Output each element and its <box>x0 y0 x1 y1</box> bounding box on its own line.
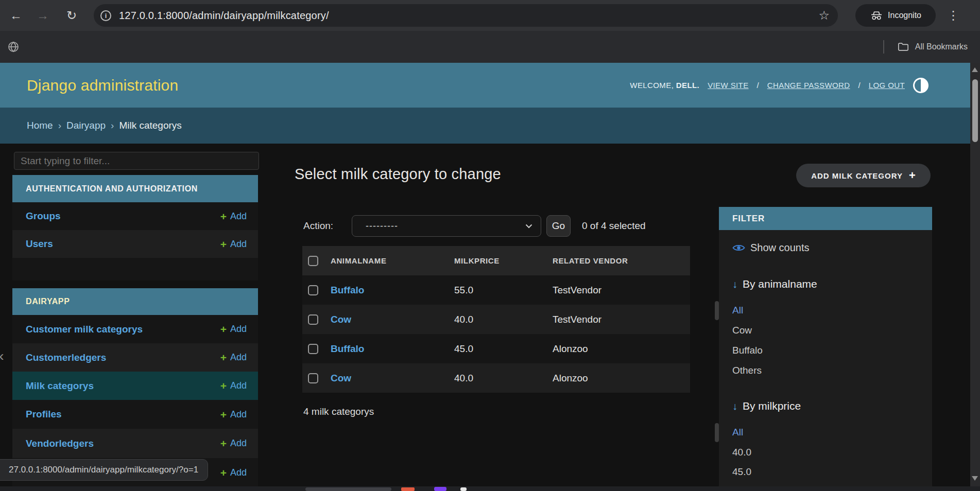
chevron-down-icon <box>525 224 532 229</box>
scroll-up-arrow[interactable] <box>972 67 978 72</box>
customer-milk-categorys-link[interactable]: Customer milk categorys <box>26 324 143 335</box>
plus-icon: + <box>220 352 227 363</box>
scroll-down-arrow[interactable] <box>972 476 978 481</box>
taskbar-app-icon[interactable] <box>460 487 467 491</box>
row-milkprice: 55.0 <box>449 285 547 296</box>
back-icon[interactable]: ← <box>7 8 25 23</box>
site-info-icon[interactable]: i <box>100 10 111 21</box>
url-text[interactable]: 127.0.0.1:8000/admin/dairyapp/milkcatego… <box>119 10 329 22</box>
vendorledgers-link[interactable]: Vendorledgers <box>26 438 94 449</box>
view-site-link[interactable]: VIEW SITE <box>708 81 748 90</box>
add-customerledger-link[interactable]: Add <box>230 352 247 363</box>
table-row: Cow 40.0 TestVendor <box>302 305 690 334</box>
select-all-checkbox[interactable] <box>308 256 318 266</box>
sidebar-item-milk-categorys: Milk categorys +Add <box>12 372 258 400</box>
breadcrumb-dairyapp[interactable]: Dairyapp <box>66 120 106 131</box>
table-row: Cow 40.0 Alonzoo <box>302 363 690 393</box>
row-animalname-link[interactable]: Buffalo <box>325 285 449 296</box>
forward-icon[interactable]: → <box>34 8 51 23</box>
taskbar-search[interactable] <box>305 487 391 491</box>
profiles-link[interactable]: Profiles <box>26 409 62 420</box>
add-group-link[interactable]: Add <box>230 211 247 222</box>
reload-icon[interactable]: ↻ <box>63 8 80 23</box>
sort-down-icon: ↓ <box>732 400 737 412</box>
filter-animalname-cow[interactable]: Cow <box>732 323 752 338</box>
row-vendor: Alonzoo <box>547 343 690 355</box>
breadcrumb-home[interactable]: Home <box>27 120 53 131</box>
sidebar-section-dairyapp[interactable]: DAIRYAPP <box>12 288 258 315</box>
row-animalname-link[interactable]: Cow <box>325 373 449 384</box>
groups-link[interactable]: Groups <box>26 211 61 222</box>
table-row: Buffalo 45.0 Alonzoo <box>302 334 690 363</box>
theme-toggle-icon[interactable] <box>913 78 929 93</box>
sidebar-collapse-icon[interactable]: « <box>0 348 4 364</box>
add-user-link[interactable]: Add <box>230 239 247 250</box>
plus-icon: + <box>220 467 227 478</box>
filter-milkprice-45[interactable]: 45.0 <box>732 464 751 480</box>
selection-status: 0 of 4 selected <box>582 215 646 237</box>
customerledgers-link[interactable]: Customerledgers <box>26 352 106 363</box>
taskbar-app-icon[interactable] <box>434 487 446 491</box>
bookmark-star-icon[interactable]: ☆ <box>818 8 830 23</box>
address-bar[interactable]: i 127.0.0.1:8000/admin/dairyapp/milkcate… <box>94 4 838 27</box>
incognito-icon <box>870 10 883 21</box>
filter-milkprice-40[interactable]: 40.0 <box>732 445 751 460</box>
sidebar-item-customerledgers: Customerledgers +Add <box>12 343 258 372</box>
globe-icon[interactable] <box>7 41 20 53</box>
users-link[interactable]: Users <box>26 238 53 250</box>
plus-icon: + <box>220 380 227 391</box>
sidebar-item-users: Users +Add <box>12 230 258 258</box>
breadcrumb: Home › Dairyapp › Milk categorys <box>0 108 980 144</box>
browser-toolbar: ← → ↻ i 127.0.0.1:8000/admin/dairyapp/mi… <box>0 0 980 31</box>
column-header-milkprice[interactable]: MILKPRICE <box>449 256 547 265</box>
add-link[interactable]: Add <box>230 438 247 449</box>
filter-animalname-others[interactable]: Others <box>732 363 762 378</box>
sidebar-filter-input[interactable] <box>14 152 259 170</box>
action-select[interactable]: --------- <box>352 215 541 237</box>
add-customer-milk-category-link[interactable]: Add <box>230 324 247 335</box>
column-header-animalname[interactable]: ANIMALNAME <box>325 256 449 265</box>
browser-menu-icon[interactable]: ⋮ <box>947 8 959 23</box>
result-count: 4 milk categorys <box>303 402 374 421</box>
filter-group-milkprice: ↓ By milkprice <box>732 398 801 414</box>
row-checkbox[interactable] <box>308 314 318 325</box>
filter-animalname-all[interactable]: All <box>732 303 743 318</box>
plus-icon: + <box>220 239 227 250</box>
row-checkbox[interactable] <box>308 344 318 354</box>
add-link[interactable]: Add <box>230 467 247 478</box>
column-header-related-vendor[interactable]: RELATED VENDOR <box>547 256 690 265</box>
row-animalname-link[interactable]: Buffalo <box>325 343 449 355</box>
change-password-link[interactable]: CHANGE PASSWORD <box>767 81 850 90</box>
table-header-row: ANIMALNAME MILKPRICE RELATED VENDOR <box>302 246 690 275</box>
logout-link[interactable]: LOG OUT <box>869 81 905 90</box>
filter-milkprice-all[interactable]: All <box>732 425 743 440</box>
all-bookmarks-button[interactable]: All Bookmarks <box>915 42 968 51</box>
row-milkprice: 40.0 <box>449 373 547 384</box>
bookmarks-bar: All Bookmarks <box>0 31 980 63</box>
row-milkprice: 40.0 <box>449 314 547 325</box>
username: DELL. <box>676 81 699 90</box>
add-profile-link[interactable]: Add <box>230 409 247 420</box>
site-title[interactable]: Django administration <box>27 77 178 94</box>
milk-categorys-link[interactable]: Milk categorys <box>26 380 94 392</box>
incognito-label: Incognito <box>888 11 921 20</box>
add-milk-category-link[interactable]: Add <box>230 380 247 391</box>
incognito-badge: Incognito <box>855 4 936 27</box>
row-checkbox[interactable] <box>308 285 318 295</box>
row-vendor: TestVendor <box>547 285 690 296</box>
taskbar-app-icon[interactable] <box>401 487 415 491</box>
sidebar-section-auth[interactable]: AUTHENTICATION AND AUTHORIZATION <box>12 175 258 202</box>
row-checkbox[interactable] <box>308 373 318 383</box>
plus-icon: + <box>220 211 227 222</box>
filter-animalname-buffalo[interactable]: Buffalo <box>732 343 763 358</box>
filter-selected-indicator <box>715 301 719 320</box>
show-counts-toggle[interactable]: Show counts <box>732 240 810 255</box>
plus-icon: + <box>220 409 227 420</box>
add-milk-category-button[interactable]: ADD MILK CATEGORY + <box>796 164 931 187</box>
filter-selected-indicator <box>715 423 719 442</box>
scrollbar-thumb[interactable] <box>972 79 978 142</box>
row-animalname-link[interactable]: Cow <box>325 314 449 325</box>
vertical-scrollbar[interactable] <box>970 63 980 486</box>
go-button[interactable]: Go <box>546 215 571 237</box>
admin-header: Django administration WELCOME, DELL. VIE… <box>0 63 980 108</box>
